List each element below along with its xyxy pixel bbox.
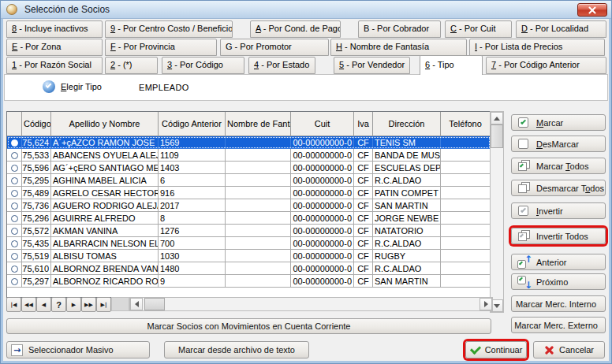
column-header-indicator[interactable]	[7, 112, 22, 136]
cancelar-button[interactable]: Cancelar	[533, 341, 605, 358]
scroll-left-button[interactable]	[130, 298, 143, 310]
column-header-cuit[interactable]: Cuit	[291, 112, 354, 136]
column-header-direccion[interactable]: Dirección	[373, 112, 441, 136]
grid-row-6[interactable]: 175,736AGUERO RODRIGO ALEJA201700-000000…	[7, 199, 491, 212]
tab-9-por-centro-costo-beneficio[interactable]: 9 - Por Centro Costo / Beneficio	[105, 20, 233, 38]
nav-first-button[interactable]: |◀	[6, 297, 21, 312]
cell-codigo: 175,596	[22, 162, 51, 174]
grid-row-10[interactable]: 175,519ALBISU TOMAS103000-00000000-0CFRU…	[7, 250, 491, 262]
cell-iva: CF	[354, 149, 373, 162]
tab-e-por-zona[interactable]: E - Por Zona	[6, 39, 103, 56]
grid-row-9[interactable]: 175,435ALBARRACIN NELSON EL70000-0000000…	[7, 237, 491, 250]
cell-cuit: 00-00000000-0	[291, 212, 354, 225]
tab-4-por-estado[interactable]: 4 - Por Estado	[248, 57, 315, 74]
grid-row-11[interactable]: 175,610ALBORNOZ BRENDA VAN148000-0000000…	[7, 262, 491, 275]
tab-6-tipo[interactable]: 6 - Tipo	[420, 55, 483, 75]
column-header-codigo-anterior[interactable]: Código Anterior	[159, 112, 226, 136]
record-circle-icon	[11, 240, 18, 247]
cell-codigo-anterior: 1569	[159, 136, 226, 149]
marcar-desde-archivo-button[interactable]: Marcar desde archivo de texto	[164, 341, 309, 358]
cell-direccion: RUGBY	[373, 250, 441, 262]
tab-h-nombre-de-fantasia[interactable]: H - Nombre de Fantasía	[330, 39, 467, 56]
cell-direccion: SAN MARTIN	[373, 199, 441, 212]
horizontal-scroll-thumb[interactable]	[144, 298, 165, 310]
scroll-up-button[interactable]	[491, 112, 503, 124]
continuar-button[interactable]: Continuar	[465, 341, 527, 358]
seleccionador-masivo-label: Seleccionador Masivo	[28, 345, 114, 355]
cell-iva: CF	[354, 225, 373, 237]
desmarcar-button[interactable]: DesMarcar	[511, 136, 606, 152]
cell-telefono	[441, 149, 491, 162]
marcar-button[interactable]: Marcar	[511, 114, 606, 131]
cell-direccion: SAN MARTIN	[373, 275, 441, 288]
label: G - Por Promotor	[226, 42, 292, 51]
nav-next-page-button[interactable]: ▶▶	[81, 297, 96, 312]
invertir-todos-button[interactable]: Invertir Todos	[511, 228, 606, 244]
label: Invertir Todos	[536, 232, 588, 241]
tab-3-por-codigo[interactable]: 3 - Por Código	[162, 57, 244, 74]
label: 8 - Incluye inactivos	[12, 24, 88, 33]
tab-2[interactable]: 2 - (*)	[105, 57, 158, 74]
marcar-merc-externo-button[interactable]: Marcar Merc. Externo	[511, 317, 606, 333]
cell-codigo: 175,435	[22, 237, 51, 250]
cell-telefono	[441, 187, 491, 199]
tab-7-por-codigo-anterior[interactable]: 7 - Por Código Anterior	[486, 57, 606, 74]
nav-prior-button[interactable]: ◀	[36, 297, 51, 312]
grid-row-3[interactable]: 175,596AG´+çERO SANTIAGO ME140300-000000…	[7, 162, 491, 174]
tab-d-por-localidad[interactable]: D - Por Localidad	[516, 20, 606, 38]
tab-1-por-razon-social[interactable]: 1 - Por Razón Social	[6, 57, 103, 74]
grid-row-7[interactable]: 175,296AGUIRRE ALFREDO800-00000000-0CFJO…	[7, 212, 491, 225]
marcar-movimientos-button[interactable]: Marcar Socios con Movimientos en Cuenta …	[6, 318, 491, 334]
checkbox-gray-check-icon	[517, 205, 532, 217]
close-button[interactable]	[577, 3, 607, 17]
dialog-window: Selección de Socios 8 - Incluye inactivo…	[0, 0, 612, 364]
tab-b-por-cobrador[interactable]: B - Por Cobrador	[358, 20, 441, 38]
nav-next-button[interactable]: ▶	[66, 297, 81, 312]
cell-cuit: 00-00000000-0	[291, 187, 354, 199]
scroll-right-button[interactable]	[480, 298, 492, 310]
nav-help-button[interactable]: ?	[51, 297, 66, 312]
tab-f-por-provincia[interactable]: F - Por Provincia	[105, 39, 217, 56]
window-title: Selección de Socios	[24, 4, 110, 15]
column-header-codigo[interactable]: Código	[22, 112, 51, 136]
marcar-todos-button[interactable]: Marcar Todos	[511, 158, 606, 174]
row-indicator	[7, 187, 22, 199]
cell-direccion: R.C.ALDAO	[373, 174, 441, 187]
grid-row-1[interactable]: 175,624A´+çAZCO RAMON JOSE156900-0000000…	[7, 136, 491, 149]
grid-vertical-scrollbar[interactable]	[490, 111, 504, 313]
cell-nombre-fantasia	[226, 225, 291, 237]
cell-iva: CF	[354, 174, 373, 187]
proximo-button[interactable]: ↓Próximo	[511, 273, 606, 290]
tab-i-por-lista-de-precios[interactable]: I - Por Lista de Precios	[469, 39, 605, 56]
grid-row-5[interactable]: 175,489AGRELO CESAR HECTOR91600-00000000…	[7, 187, 491, 199]
cell-nombre: AGHINA MABEL ALICIA	[51, 174, 159, 187]
desmarcar-todos-button[interactable]: Desmarcar Todos	[511, 180, 606, 196]
grid-row-12[interactable]: 175,297ALBORNOZ RICARDO RO900-00000000-0…	[7, 275, 491, 288]
label: H - Nombre de Fantasía	[336, 42, 429, 51]
nav-prior-page-button[interactable]: ◀◀	[21, 297, 36, 312]
column-header-telefono[interactable]: Teléfono	[441, 112, 491, 136]
tab-c-por-cuit[interactable]: C - Por Cuit	[445, 20, 512, 38]
anterior-button[interactable]: ↑Anterior	[511, 254, 606, 270]
column-header-nombre-de-fantasia[interactable]: Nombre de Fantasía	[226, 112, 291, 136]
tab-a-por-cond-de-pago[interactable]: A - Por Cond. de Pago	[250, 20, 341, 38]
tab-8-incluye-inactivos[interactable]: 8 - Incluye inactivos	[6, 20, 103, 38]
grid-row-8[interactable]: 175,572AKMAN VANINA127600-00000000-0CFNA…	[7, 225, 491, 237]
tab-g-por-promotor[interactable]: G - Por Promotor	[220, 39, 329, 56]
elegir-tipo-button[interactable]: Elegir Tipo	[43, 80, 102, 93]
marcar-merc-interno-button[interactable]: Marcar Merc. Interno	[511, 295, 606, 312]
tab-5-por-vendedor[interactable]: 5 - Por Vendedor	[334, 57, 410, 74]
stack-checked-icon	[517, 160, 532, 173]
grid-row-4[interactable]: 175,295AGHINA MABEL ALICIA600-00000000-0…	[7, 174, 491, 187]
record-circle-icon	[11, 190, 18, 197]
invertir-button[interactable]: Invertir	[511, 202, 606, 219]
grid-horizontal-scrollbar[interactable]	[129, 297, 493, 311]
vertical-scroll-thumb[interactable]	[491, 124, 503, 148]
nav-last-button[interactable]: ▶|	[96, 297, 111, 312]
seleccionador-masivo-button[interactable]: → Seleccionador Masivo	[6, 341, 150, 358]
column-header-iva[interactable]: Iva	[354, 112, 373, 136]
column-header-apellido-y-nombre[interactable]: Apellido y Nombre	[51, 112, 159, 136]
cell-nombre: ABANCENS OYUELA ALEJ	[51, 149, 159, 162]
cell-nombre-fantasia	[226, 262, 291, 275]
grid-row-2[interactable]: 175,533ABANCENS OYUELA ALEJ110900-000000…	[7, 149, 491, 162]
